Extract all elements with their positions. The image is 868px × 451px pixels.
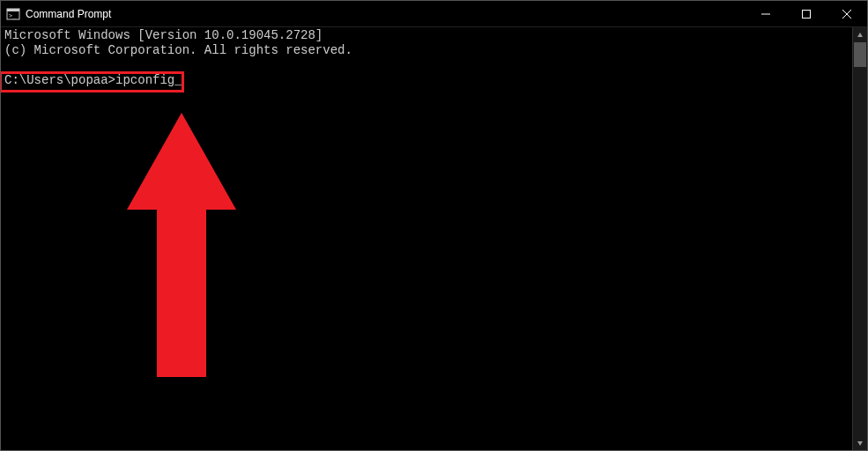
command-prompt-icon: >_ [6, 7, 20, 21]
svg-marker-8 [857, 33, 863, 37]
svg-rect-4 [803, 10, 811, 18]
terminal-line: Microsoft Windows [Version 10.0.19045.27… [4, 28, 323, 42]
content-area: Microsoft Windows [Version 10.0.19045.27… [1, 27, 867, 450]
scroll-up-button[interactable] [853, 27, 867, 42]
window-controls [746, 1, 867, 26]
svg-marker-9 [857, 441, 863, 446]
scroll-thumb[interactable] [854, 42, 866, 67]
svg-text:>_: >_ [9, 12, 17, 19]
prompt-text: C:\Users\popaa> [4, 73, 115, 87]
scroll-down-button[interactable] [853, 435, 867, 450]
command-input[interactable]: ipconfig [115, 73, 182, 87]
terminal-line: (c) Microsoft Corporation. All rights re… [4, 43, 352, 57]
svg-marker-7 [127, 113, 236, 377]
minimize-button[interactable] [746, 1, 786, 26]
terminal-output[interactable]: Microsoft Windows [Version 10.0.19045.27… [1, 27, 852, 450]
svg-rect-1 [7, 9, 19, 11]
window-title: Command Prompt [26, 8, 746, 20]
titlebar[interactable]: >_ Command Prompt [1, 1, 867, 27]
annotation-arrow [61, 98, 243, 396]
maximize-button[interactable] [786, 1, 827, 26]
vertical-scrollbar[interactable] [852, 27, 867, 450]
close-button[interactable] [827, 1, 867, 26]
command-prompt-window: >_ Command Prompt Microsoft Windows [Ver… [0, 0, 868, 451]
